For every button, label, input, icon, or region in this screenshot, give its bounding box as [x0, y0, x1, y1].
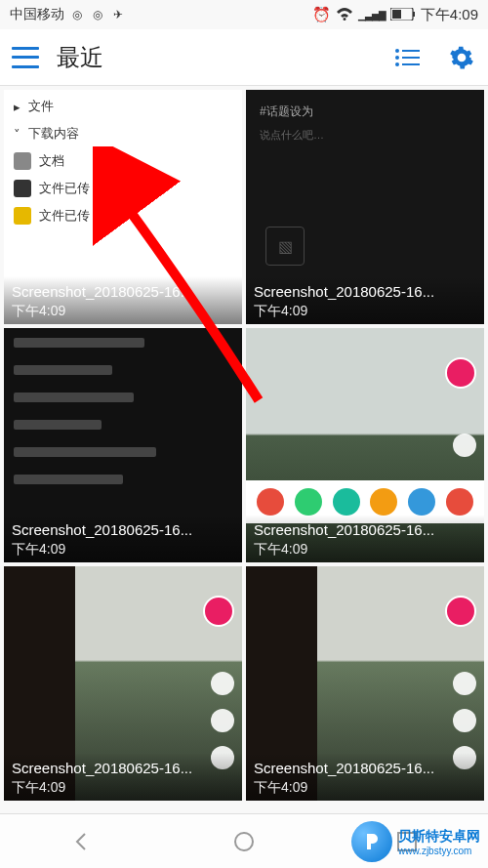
- status-bar: 中国移动 ◎ ◎ ✈ ⏰ ▁▃▅▇ 下午4:09: [0, 0, 488, 29]
- thumbnail-item[interactable]: Screenshot_20180625-16... 下午4:09: [246, 328, 484, 562]
- page-title: 最近: [57, 42, 367, 73]
- thumbnail-item[interactable]: Screenshot_20180625-16... 下午4:09: [4, 566, 242, 801]
- svg-rect-1: [413, 12, 415, 17]
- menu-row-label: 下载内容: [28, 125, 79, 143]
- heart-icon: [453, 434, 476, 457]
- location-indicator-icon: ✈: [110, 7, 126, 22]
- thumb-filename: Screenshot_20180625-16...: [12, 759, 234, 778]
- reaction-icons: [453, 434, 476, 457]
- svg-rect-8: [402, 63, 420, 65]
- settings-icon[interactable]: [447, 43, 476, 72]
- thumbnail-item[interactable]: Screenshot_20180625-16... 下午4:09: [4, 328, 242, 562]
- carrier-label: 中国移动: [10, 6, 64, 23]
- menu-row-label: 文档: [39, 152, 64, 170]
- watermark-url: www.zjbstyy.com: [398, 846, 480, 856]
- share-icon: [333, 488, 360, 516]
- avatar-icon: [445, 596, 476, 627]
- share-icon: [295, 488, 322, 516]
- thumb-time: 下午4:09: [254, 302, 476, 320]
- battery-icon: [390, 7, 416, 23]
- svg-point-3: [395, 49, 399, 53]
- thumb-caption: Screenshot_20180625-16... 下午4:09: [246, 276, 484, 324]
- thumb-caption: Screenshot_20180625-16... 下午4:09: [4, 753, 242, 801]
- share-icon: [446, 488, 473, 516]
- avatar-icon: [203, 596, 234, 627]
- comment-icon: [211, 709, 234, 732]
- thumbnail-item[interactable]: ▸文件 ˅下载内容 文档 文件已传 文件已传 Screenshot_201806…: [4, 90, 242, 324]
- alarm-icon: ⏰: [312, 6, 331, 23]
- app-header: 最近: [0, 29, 488, 86]
- thumb-filename: Screenshot_20180625-16...: [12, 282, 234, 302]
- thumb-caption: Screenshot_20180625-16... 下午4:09: [4, 276, 242, 324]
- thumb-time: 下午4:09: [12, 302, 234, 320]
- share-icon: [370, 488, 397, 516]
- thumb-filename: Screenshot_20180625-16...: [12, 520, 234, 540]
- thumb-time: 下午4:09: [254, 540, 476, 558]
- watermark: 贝斯特安卓网 www.zjbstyy.com: [351, 821, 480, 862]
- svg-point-7: [395, 62, 399, 66]
- thumb-time: 下午4:09: [12, 778, 234, 797]
- wifi-icon: [336, 7, 353, 23]
- thumbnail-item[interactable]: Screenshot_20180625-16... 下午4:09: [246, 566, 484, 801]
- thumb-caption: Screenshot_20180625-16... 下午4:09: [4, 515, 242, 562]
- camera2-indicator-icon: ◎: [90, 7, 105, 22]
- screen: 中国移动 ◎ ◎ ✈ ⏰ ▁▃▅▇ 下午4:09 最近: [0, 0, 488, 868]
- comment-icon: [453, 709, 476, 732]
- svg-point-5: [395, 56, 399, 60]
- thumb-filename: Screenshot_20180625-16...: [254, 759, 476, 778]
- share-icon: [408, 488, 435, 516]
- thumbnail-grid: ▸文件 ˅下载内容 文档 文件已传 文件已传 Screenshot_201806…: [0, 86, 488, 805]
- thumb-caption: Screenshot_20180625-16... 下午4:09: [246, 753, 484, 801]
- watermark-brand: 贝斯特安卓网: [398, 828, 480, 844]
- thumb-filename: Screenshot_20180625-16...: [254, 520, 476, 540]
- thumb-filename: Screenshot_20180625-16...: [254, 282, 476, 302]
- menu-icon[interactable]: [12, 47, 39, 68]
- thumb-caption: Screenshot_20180625-16... 下午4:09: [246, 515, 484, 562]
- heart-icon: [211, 672, 234, 695]
- thumbnail-item[interactable]: #话题设为 说点什么吧… ▧ Screenshot_20180625-16...…: [246, 90, 484, 324]
- signal-icon: ▁▃▅▇: [358, 10, 386, 21]
- svg-rect-4: [402, 50, 420, 52]
- home-button[interactable]: [229, 827, 259, 856]
- menu-row-label: 文件已传: [39, 207, 90, 225]
- list-view-icon[interactable]: [392, 43, 422, 72]
- svg-rect-2: [392, 10, 401, 19]
- avatar-icon: [445, 357, 476, 389]
- camera-indicator-icon: ◎: [69, 7, 85, 22]
- svg-rect-6: [402, 57, 420, 59]
- thumb-time: 下午4:09: [12, 540, 234, 558]
- back-button[interactable]: [66, 827, 96, 856]
- heart-icon: [453, 672, 476, 695]
- watermark-logo-icon: [351, 821, 392, 862]
- thumb-time: 下午4:09: [254, 778, 476, 797]
- svg-point-9: [235, 833, 253, 850]
- menu-row-label: 文件: [28, 98, 54, 115]
- share-icon: [257, 488, 284, 516]
- menu-row-label: 文件已传: [39, 180, 90, 197]
- clock-label: 下午4:09: [421, 6, 478, 24]
